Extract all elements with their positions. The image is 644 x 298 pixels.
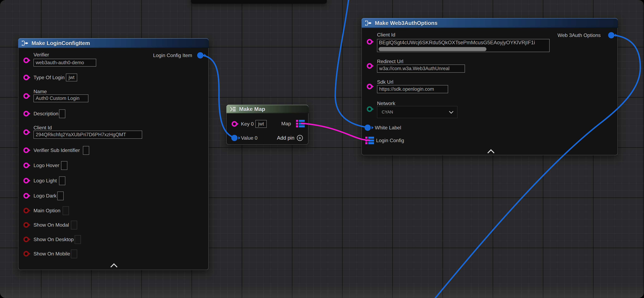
pin-label-login-config-item: Login Config Item [153,52,192,58]
node-header-make-loginconfigitem[interactable]: Make LoginConfigItem [18,38,209,48]
add-pin-icon: + [297,135,303,141]
pin-verifier[interactable] [24,58,29,63]
node-title: Make Web3AuthOptions [375,20,438,26]
pin-show-on-desktop[interactable] [24,236,29,242]
show-on-desktop-checkbox[interactable] [75,235,81,244]
type-of-login-input[interactable]: jwt [66,74,77,81]
sdk-url-input[interactable]: https://sdk.openlogin.com [377,85,448,93]
add-pin-label: Add pin [277,135,294,141]
pin-network[interactable] [367,106,372,112]
pin-show-on-modal[interactable] [24,222,29,228]
blueprint-graph-canvas[interactable]: Make LoginConfigItem Verifier web3auth-a… [0,0,644,298]
pin-label-web3auth-options: Web 3Auth Options [558,32,601,38]
node-make-map[interactable]: Make Map Key 0 jwt Value 0 Map Add pin + [226,105,308,145]
node-header-make-map[interactable]: Make Map [226,105,308,113]
logo-dark-input[interactable] [57,192,64,200]
description-input[interactable] [59,110,65,118]
pin-verifier-sub-identifier[interactable] [24,148,29,153]
map-pin-icon[interactable] [296,120,305,127]
pin-label-verifier-sub-identifier: Verifier Sub Identifier [34,148,80,153]
pin-label-network: Network [377,100,395,106]
pin-value0[interactable] [231,135,238,141]
pin-label-value0: Value 0 [241,135,258,141]
pin-login-config-item-output[interactable] [197,52,204,58]
show-on-modal-checkbox[interactable] [71,221,77,230]
pin-label-sdk-url: Sdk Url [377,79,394,85]
pin-label-logo-dark: Logo Dark [34,193,56,199]
verifier-sub-identifier-input[interactable] [83,146,89,155]
login-config-map-pin-icon[interactable] [365,137,374,144]
pin-redirect-url[interactable] [367,63,372,69]
main-option-checkbox[interactable] [63,206,69,215]
redirect-url-input[interactable]: w3a://com.w3a.Web3AuthUnreal [377,64,465,73]
pin-label-description: Description [34,111,58,116]
collapse-chevron-icon[interactable] [110,263,117,270]
logo-hover-input[interactable] [61,161,67,170]
pin-label-client-id: Client Id [34,125,52,130]
pin-label-map-output: Map [281,121,291,126]
pin-label-verifier: Verifier [34,52,49,58]
pin-web3auth-options-output[interactable] [608,32,614,38]
pin-label-main-option: Main Option [34,208,60,214]
node-make-loginconfigitem[interactable]: Make LoginConfigItem Verifier web3auth-a… [18,38,209,270]
client-id-scrollbar[interactable] [378,47,486,51]
node-make-web3authoptions[interactable]: Make Web3AuthOptions Client Id BEglQSgt4… [362,18,618,155]
pin-logo-dark[interactable] [24,193,29,198]
pin-label-show-on-desktop: Show On Desktop [34,236,74,242]
pin-label-key0: Key 0 [241,121,254,127]
key0-input[interactable]: jwt [256,120,267,128]
pin-key0[interactable] [232,121,237,127]
network-value: CYAN [382,110,393,114]
verifier-input[interactable]: web3auth-auth0-demo [34,59,96,66]
network-dropdown[interactable]: CYAN [377,106,458,118]
pin-logo-hover[interactable] [24,162,29,168]
make-map-icon [230,106,236,112]
wire-map-to-loginconfig[interactable] [302,123,370,140]
pin-label-client-id: Client Id [377,32,395,38]
pin-label-logo-hover: Logo Hover [34,162,59,168]
offscreen-node-edge[interactable] [191,0,327,4]
pin-label-show-on-modal: Show On Modal [34,222,69,228]
pin-label-redirect-url: Redirect Url [377,58,403,64]
dropdown-chevron-icon [449,109,454,114]
make-struct-icon [22,40,29,46]
pin-show-on-mobile[interactable] [24,251,29,256]
client-id-input[interactable]: BEglQSgt4cUWcj6SKRdu5QkOXTsePmMcusG5EAoy… [377,39,550,52]
pin-client-id[interactable] [367,39,372,44]
logo-light-input[interactable] [59,176,65,185]
client-id-input[interactable]: 294QRkchfq2YaXUbPri7D6PH7xzHgQMT [34,130,142,139]
add-pin-button[interactable]: Add pin + [277,135,303,141]
name-input[interactable]: Auth0 Custom Login [34,94,88,102]
pin-label-type-of-login: Type Of Login [34,75,64,80]
pin-label-show-on-mobile: Show On Mobile [34,251,70,257]
pin-client-id[interactable] [24,129,29,135]
pin-main-option[interactable] [24,208,29,213]
pin-label-white-label: White Label [375,125,401,130]
collapse-chevron-icon[interactable] [487,149,494,156]
pin-name[interactable] [24,93,29,99]
pin-description[interactable] [24,111,29,116]
pin-logo-light[interactable] [24,178,29,184]
pin-label-login-config: Login Config [376,138,404,144]
node-header-make-web3authoptions[interactable]: Make Web3AuthOptions [362,18,618,28]
pin-white-label[interactable] [364,124,371,131]
canvas-edge-glow [0,284,644,298]
pin-label-name: Name [34,89,47,94]
show-on-mobile-checkbox[interactable] [71,250,77,258]
make-struct-icon [365,20,372,26]
pin-type-of-login[interactable] [24,75,29,80]
node-title: Make Map [239,106,265,112]
pin-label-logo-light: Logo Light [34,178,57,184]
pin-sdk-url[interactable] [367,84,372,89]
node-title: Make LoginConfigItem [32,40,90,46]
